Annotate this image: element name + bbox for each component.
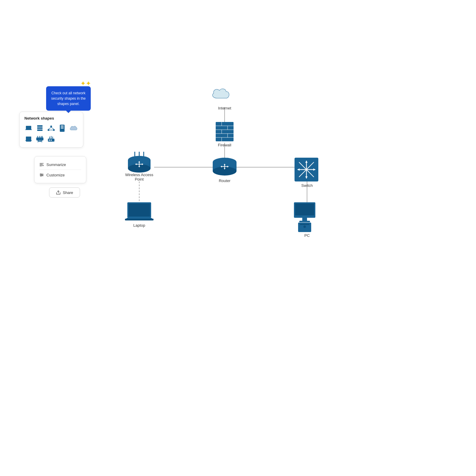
shape-home-router[interactable] xyxy=(47,135,55,143)
svg-rect-77 xyxy=(129,203,150,217)
shapes-panel: Network shapes xyxy=(19,112,83,148)
svg-point-33 xyxy=(40,173,41,175)
svg-rect-76 xyxy=(127,202,151,218)
summarize-button[interactable]: Summarize xyxy=(39,161,81,168)
svg-point-5 xyxy=(50,126,52,127)
shapes-grid-row1 xyxy=(24,124,78,132)
wap-label-line2: Point xyxy=(135,177,144,181)
svg-marker-78 xyxy=(125,218,154,220)
router-node[interactable] xyxy=(213,158,237,176)
svg-point-48 xyxy=(213,167,237,176)
svg-marker-74 xyxy=(305,161,308,163)
action-panel: Summarize Customize xyxy=(34,156,86,183)
svg-marker-66 xyxy=(142,163,143,165)
shape-laptop-alt[interactable] xyxy=(24,135,33,143)
svg-rect-17 xyxy=(36,137,43,140)
diagram-canvas: Internet Firewall Router Wireless Access… xyxy=(0,0,476,476)
svg-marker-75 xyxy=(305,176,308,178)
shape-server[interactable] xyxy=(58,124,66,132)
svg-marker-16 xyxy=(25,140,32,142)
pc-label: PC xyxy=(304,233,310,238)
laptop-node[interactable] xyxy=(125,202,154,220)
svg-rect-13 xyxy=(61,127,64,127)
svg-rect-3 xyxy=(37,127,43,129)
shape-laptop[interactable] xyxy=(24,124,33,132)
svg-marker-72 xyxy=(313,168,315,171)
shape-cloud[interactable] xyxy=(69,124,78,132)
internet-node[interactable] xyxy=(212,89,229,98)
svg-point-35 xyxy=(40,175,42,176)
svg-marker-54 xyxy=(227,166,229,167)
share-button[interactable]: Share xyxy=(49,187,80,198)
svg-point-28 xyxy=(49,140,50,141)
customize-button[interactable]: Customize xyxy=(39,171,81,179)
svg-rect-14 xyxy=(61,128,64,129)
svg-line-70 xyxy=(299,162,314,177)
svg-point-46 xyxy=(213,158,237,167)
svg-rect-59 xyxy=(128,160,151,168)
svg-rect-1 xyxy=(25,129,32,130)
svg-marker-53 xyxy=(220,166,222,167)
svg-point-29 xyxy=(51,140,52,141)
laptop-label: Laptop xyxy=(133,223,145,228)
svg-marker-52 xyxy=(224,168,226,170)
svg-point-60 xyxy=(128,164,151,173)
shape-server-stack[interactable] xyxy=(36,124,44,132)
customize-icon xyxy=(39,173,44,177)
svg-marker-51 xyxy=(224,164,226,165)
svg-rect-47 xyxy=(213,162,237,171)
notification-card: Check out all network security shapes in… xyxy=(46,86,91,111)
switch-label: Switch xyxy=(301,183,313,188)
svg-point-86 xyxy=(303,226,306,228)
pc-node[interactable] xyxy=(294,202,315,232)
svg-rect-15 xyxy=(26,137,31,140)
svg-rect-85 xyxy=(300,224,309,225)
svg-rect-67 xyxy=(295,158,318,181)
svg-rect-0 xyxy=(26,126,31,129)
svg-rect-36 xyxy=(216,122,234,141)
summarize-icon xyxy=(39,162,44,167)
internet-label: Internet xyxy=(218,106,231,110)
svg-marker-73 xyxy=(298,168,300,171)
svg-line-8 xyxy=(48,127,51,129)
switch-node[interactable] xyxy=(295,158,318,181)
shapes-panel-title: Network shapes xyxy=(24,116,78,120)
svg-line-71 xyxy=(299,162,314,177)
shape-network-nodes[interactable] xyxy=(47,124,55,132)
svg-marker-64 xyxy=(138,166,140,167)
wap-node[interactable] xyxy=(128,152,151,173)
shape-crossover[interactable] xyxy=(36,135,44,143)
svg-point-7 xyxy=(53,129,55,131)
firewall-label: Firewall xyxy=(218,143,231,147)
svg-marker-65 xyxy=(135,163,137,165)
svg-rect-84 xyxy=(298,223,311,232)
router-label: Router xyxy=(219,178,231,183)
svg-rect-2 xyxy=(37,125,43,127)
svg-marker-63 xyxy=(138,161,140,162)
svg-rect-81 xyxy=(295,203,314,215)
svg-rect-4 xyxy=(37,129,43,131)
share-icon xyxy=(56,190,61,195)
wap-label-line1: Wireless Access xyxy=(125,173,154,177)
firewall-node[interactable] xyxy=(216,122,234,141)
svg-rect-82 xyxy=(302,218,307,221)
action-divider xyxy=(39,170,81,170)
svg-point-34 xyxy=(42,174,43,176)
svg-point-58 xyxy=(128,156,151,164)
shapes-grid-row2 xyxy=(24,135,78,143)
svg-rect-83 xyxy=(299,221,310,222)
svg-rect-80 xyxy=(294,202,315,218)
svg-rect-12 xyxy=(61,126,64,126)
svg-line-9 xyxy=(51,127,54,129)
svg-point-6 xyxy=(48,129,49,131)
svg-rect-79 xyxy=(125,219,154,220)
